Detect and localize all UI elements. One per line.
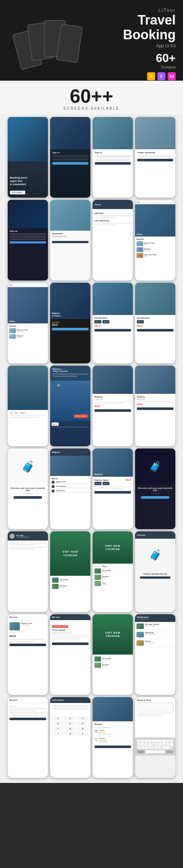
- screen-nagoya-tourism[interactable]: Nagoya +Tokyo Tourism BOOK NOW › May 20: [50, 366, 90, 446]
- screen-nagoya-detail[interactable]: Nagoya Nagoya, Japan $512 May 20 May 21: [93, 448, 133, 529]
- terms-next-btn[interactable]: [52, 642, 89, 645]
- kb-x[interactable]: x: [141, 746, 144, 749]
- kb-w[interactable]: w: [141, 740, 144, 743]
- kb-s[interactable]: s: [141, 743, 144, 746]
- kb-g[interactable]: g: [152, 743, 155, 746]
- successful-get-start-btn[interactable]: [52, 241, 89, 243]
- screen-signin-dark[interactable]: Sign in: [50, 117, 90, 198]
- key-star[interactable]: *: [52, 732, 64, 736]
- tag-asia[interactable]: Asia: [14, 412, 19, 414]
- signup-name-field[interactable]: [10, 233, 46, 235]
- vietnam-2-halong-item[interactable]: Ha Long Bay Vietnam: [94, 568, 131, 574]
- kb-q[interactable]: q: [137, 740, 141, 743]
- screen-information[interactable]: Information 1 2 3 4 5 6 7 8 9 *: [50, 697, 90, 778]
- key-hash[interactable]: #: [77, 732, 89, 736]
- kb-u[interactable]: u: [159, 740, 162, 743]
- signin-light-email-field[interactable]: [95, 155, 131, 157]
- screen-nagoya-intro[interactable]: Nagoya Introduction $512: [93, 366, 133, 446]
- ondue2-card-2[interactable]: Singapore Singapore: [9, 334, 46, 339]
- kb-semi[interactable]: ;: [170, 743, 173, 746]
- tag-europe[interactable]: Europe: [19, 412, 26, 414]
- screen-vietnam-1[interactable]: VIET NAMTOURISM Ha Long Bay Vietnam: [50, 531, 90, 612]
- nagoya-dark-book-btn[interactable]: [52, 328, 89, 330]
- key-9[interactable]: 9: [77, 726, 89, 731]
- kb-l[interactable]: l: [166, 743, 169, 746]
- key-8[interactable]: 8: [64, 726, 76, 731]
- screen-signin-light[interactable]: Sign in: [93, 117, 133, 198]
- notif-item-2[interactable]: SINGAPORE Discount available: [137, 632, 174, 639]
- kb-dot[interactable]: .: [166, 746, 169, 749]
- screen-nagoya-price-2[interactable]: Introduction May 20 $512: [135, 283, 175, 363]
- kb-p[interactable]: p: [170, 740, 173, 743]
- screen-create-list[interactable]: Favorite 🧳 Create a favorite trip list!: [135, 531, 175, 612]
- kb-space[interactable]: [145, 750, 165, 753]
- screen-my-tour-2[interactable]: My tour Information: [8, 697, 48, 778]
- vietnam-3-ninh[interactable]: Ninh Binh Vietnam: [94, 663, 131, 668]
- key-3[interactable]: 3: [77, 716, 89, 721]
- kb-m[interactable]: m: [159, 746, 162, 749]
- vietnam-3-halong[interactable]: Ha Long Bay Vietnam: [94, 656, 131, 662]
- vietnam-ninh-item[interactable]: Ninh Binh Vietnam: [52, 584, 89, 589]
- key-7[interactable]: 7: [52, 726, 64, 731]
- screen-my-tour[interactable]: My tour Nagoya & Tokyo Japan · 5 days Ba…: [8, 614, 48, 695]
- forgot-send-btn[interactable]: [137, 159, 173, 161]
- tag-all[interactable]: All: [10, 412, 13, 414]
- kb-h[interactable]: h: [155, 743, 158, 746]
- kb-c[interactable]: c: [145, 746, 148, 749]
- signin-dark-email-field[interactable]: [52, 155, 88, 157]
- kb-j[interactable]: j: [159, 743, 162, 746]
- nagoya-price2-book-btn[interactable]: [137, 329, 173, 332]
- screen-save-trip-light[interactable]: 🧳 Discover and save your favourite trip!…: [8, 448, 48, 529]
- info-field-1[interactable]: [52, 705, 89, 707]
- kb-e[interactable]: e: [145, 740, 148, 743]
- kb-i[interactable]: i: [163, 740, 166, 743]
- screen-nagoya-price[interactable]: Introduction May 20 May 21 $512: [93, 283, 133, 363]
- screen-keyboard[interactable]: Nagoya & Tokyo q w e r t y u i: [135, 697, 175, 778]
- save-trip-dark-btn[interactable]: [141, 496, 169, 499]
- kb-d[interactable]: d: [145, 743, 148, 746]
- vietnam-2-ninh-item[interactable]: Ninh Binh Vietnam: [94, 575, 131, 580]
- signup-email-field[interactable]: [10, 236, 46, 238]
- signin-light-password-field[interactable]: [95, 158, 131, 161]
- vietnam-2-cancel-btn[interactable]: CANCEL: [94, 565, 100, 567]
- create-list-btn[interactable]: [140, 576, 171, 579]
- nagoya-tourism-book-btn[interactable]: BOOK NOW ›: [74, 414, 88, 418]
- screen-ondue[interactable]: 9:41 Ondue Favorite Nagoya & Tokyo Japan: [135, 200, 175, 281]
- screen-ondue-2[interactable]: 9:41 Ondue Favorite Nagoya & Tokyo Japan…: [8, 283, 48, 363]
- kb-r[interactable]: r: [148, 740, 152, 743]
- kb-z[interactable]: z: [137, 746, 141, 749]
- vietnam-2-great-btn[interactable]: GREAT: [102, 565, 107, 567]
- screen-discovery[interactable]: All Asia Europe: [8, 366, 48, 446]
- kb-back[interactable]: ⌫: [170, 746, 173, 749]
- get-start-button[interactable]: GET START ›: [10, 191, 25, 194]
- ondue-card-nagoya[interactable]: Nagoya & Tokyo Japan: [137, 241, 174, 246]
- my-tour-2-next-btn[interactable]: [10, 718, 46, 720]
- screen-save-trip-dark[interactable]: 🧳 Discover and save your favourite trip!…: [135, 448, 175, 529]
- kb-comma[interactable]: ,: [163, 746, 166, 749]
- key-6[interactable]: 6: [77, 721, 89, 726]
- screen-vietnam-2[interactable]: VIET NAMTOURISM CANCEL GREAT Ha Long Bay…: [93, 531, 133, 612]
- vietnam-2-sapa-item[interactable]: Sapa Vietnam: [94, 581, 131, 586]
- vietnam-halong-item[interactable]: Ha Long Bay Vietnam: [52, 578, 89, 583]
- screen-notification[interactable]: Notification your favourite trip! VIET N…: [135, 614, 175, 695]
- kb-t[interactable]: t: [152, 740, 155, 743]
- ondue-card-dubai[interactable]: Dubai - Abu Dhabi UAE: [137, 253, 174, 258]
- signup-password-field[interactable]: [10, 238, 46, 240]
- screen-terms[interactable]: My tour REQUIRED TERMS Terms required SH…: [50, 614, 90, 695]
- kb-v[interactable]: v: [148, 746, 152, 749]
- notif-item-3[interactable]: Favorite Your list updated: [137, 640, 174, 647]
- kb-y[interactable]: y: [155, 740, 158, 743]
- kb-a[interactable]: a: [137, 743, 141, 746]
- signin-dark-password-field[interactable]: [52, 158, 88, 161]
- kb-n[interactable]: n: [155, 746, 158, 749]
- kb-123[interactable]: 123: [137, 750, 145, 753]
- ondue-card-singapore[interactable]: Singapore Singapore: [137, 247, 174, 252]
- screen-nagoya-intro-2[interactable]: Nagoya Introduction $512: [135, 366, 175, 446]
- kb-return[interactable]: ↵: [166, 750, 173, 753]
- screen-forgot-password[interactable]: Forgot password: [135, 117, 175, 198]
- key-1[interactable]: 1: [52, 716, 64, 721]
- screen-vietnam-3[interactable]: VIET NAMTOURISM Ha Long Bay Vietnam: [93, 614, 133, 695]
- key-5[interactable]: 5: [64, 721, 76, 726]
- keyboard-text-area[interactable]: [137, 702, 173, 711]
- ondue2-card-1[interactable]: Nagoya & Tokyo Japan · $199: [9, 328, 46, 333]
